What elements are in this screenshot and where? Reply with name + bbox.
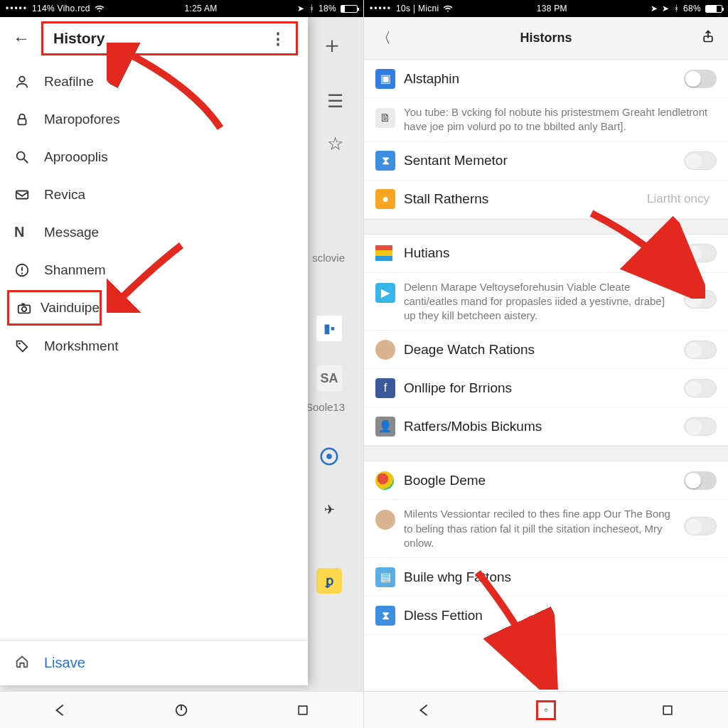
menu-label: Morkshment [44,338,119,354]
svg-rect-6 [16,191,28,198]
toggle-ratfers[interactable] [684,417,717,436]
status-bar-right: ••••• 10s | Micni 138 PM ➤ ➤ ᚼ 68% [364,0,728,17]
bg-tile-sa: SA [316,365,342,391]
share-up-icon[interactable] [701,29,715,47]
lock-icon [14,112,44,127]
toggle-sentant[interactable] [684,151,717,170]
hamburger-icon[interactable]: ☰ [327,90,343,112]
row-boogle[interactable]: Boogle Deme [364,461,728,500]
battery-percent: 18% [318,4,336,14]
row-stall-side: Liartht oncy [647,192,710,206]
calc-icon: ▤ [375,567,395,587]
menu-item-maropofores[interactable]: Maropofores [0,100,308,138]
bluetooth-icon: ᚼ [309,4,314,14]
person-orange-icon: ● [375,189,395,209]
svg-line-5 [24,159,28,163]
menu-item-revica[interactable]: Revica [0,176,308,213]
toggle-alstaphin[interactable] [684,70,717,88]
kebab-menu-icon[interactable]: ⋮ [270,35,286,43]
avatar-icon [375,340,395,360]
back-arrow-icon[interactable]: ← [7,28,36,48]
svg-rect-12 [21,304,25,306]
menu-label: Vainduipe [41,300,100,316]
home-outline-icon [14,653,44,673]
svg-point-13 [18,342,21,344]
camera-icon [16,300,41,316]
battery-icon [705,5,722,13]
stack-icon [375,245,392,261]
row-stall[interactable]: ● Stall Ratherns Liartht oncy [364,181,728,219]
row-deage[interactable]: Deage Watch Rations [364,331,728,369]
row-onllipe[interactable]: f Onllipe for Brrions [364,369,728,407]
navigation-drawer: ← History ⋮ Reafilne Maropofores Aprooo [0,17,308,685]
drawer-footer-lisave[interactable]: Lisave [0,640,308,685]
bg-tile-pb-icon: ꝑ [316,568,342,594]
nav-home-icon-highlight[interactable] [536,700,556,720]
drawer-title: History [53,30,105,47]
wifi-icon [95,4,105,14]
settings-scroll[interactable]: ▣ Alstaphin 🗎 You tube: B vcking fol nob… [364,60,728,691]
alert-icon [14,262,44,278]
chevron-left-icon[interactable]: 〈 [377,28,391,48]
footer-label: Lisave [44,655,85,671]
hourglass-icon: ⧗ [375,606,395,626]
row-youtube-blurb: 🗎 You tube: B vcking fol nobute his pris… [364,98,728,142]
location-arrow-icon: ➤ [297,4,304,14]
nav-recent-icon[interactable] [658,700,678,720]
menu-item-vainduipe-highlight[interactable]: Vainduipe [7,290,102,326]
toggle-hutians[interactable] [684,244,717,262]
menu-label: Aproooplis [44,149,108,165]
menu-label: Message [44,225,99,240]
bg-label-sclovie: sclovie [312,252,345,264]
svg-rect-16 [299,706,307,714]
nav-recent-icon[interactable] [293,700,313,720]
toggle-onllipe[interactable] [684,379,717,397]
menu-item-message[interactable]: N Message [0,213,308,251]
row-buile[interactable]: ▤ Buile whg Fattons [364,558,728,596]
row-ratfers[interactable]: 👤 Ratfers/Mobis Bickums [364,407,728,446]
nav-home-icon[interactable] [171,700,191,720]
clock: 138 PM [537,4,567,14]
svg-point-1 [326,454,332,459]
section-divider [364,446,728,461]
signal-dots: ••••• [6,4,28,14]
nav-back-icon[interactable] [414,700,434,720]
menu-item-reafilne[interactable]: Reafilne [0,63,308,100]
svg-point-11 [22,307,26,311]
facebook-icon: f [375,378,395,398]
row-hutians[interactable]: Hutians [364,235,728,273]
row-milents-blurb: Milents Vessiontar reciled to thes fine … [364,500,728,558]
hourglass-icon: ⧗ [375,151,395,171]
play-icon: ▶ [375,283,395,303]
toggle-milents[interactable] [684,517,717,535]
history-header-highlight[interactable]: History ⋮ [41,21,298,55]
location-arrow-icon: ➤ [662,4,669,14]
android-nav-right [364,691,728,728]
toggle-boogle[interactable] [684,471,717,490]
menu-item-shanmem[interactable]: Shanmem [0,251,308,289]
status-bar-left: ••••• 114% Viho.rcd 1:25 AM ➤ ᚼ 18% [0,0,363,17]
menu-item-aproooplis[interactable]: Aproooplis [0,138,308,176]
bg-label-soole: Soole13 [306,401,345,413]
nav-back-icon[interactable] [50,700,70,720]
menu-label: Reafilne [44,74,94,90]
google-dots-icon [375,471,394,490]
svg-rect-20 [663,706,672,714]
bg-tile-chart-icon: ▮▪ [316,316,342,341]
tag-icon [14,338,44,354]
row-sentant[interactable]: ⧗ Sentant Memetor [364,142,728,181]
plus-icon[interactable]: ＋ [321,30,343,61]
search-icon [14,149,44,165]
avatar-icon [375,510,395,530]
menu-item-morkshment[interactable]: Morkshment [0,327,308,365]
row-dless[interactable]: ⧗ Dless Fettion [364,596,728,635]
toggle-delenn[interactable] [684,290,717,309]
signal-dots: ••••• [370,4,392,14]
toggle-deage[interactable] [684,341,717,359]
row-alstaphin[interactable]: ▣ Alstaphin [364,60,728,98]
person-icon [14,74,44,90]
page-title: Historns [520,31,572,46]
star-outline-icon[interactable]: ☆ [327,133,343,155]
menu-label: Revica [44,187,85,203]
section-divider [364,219,728,235]
